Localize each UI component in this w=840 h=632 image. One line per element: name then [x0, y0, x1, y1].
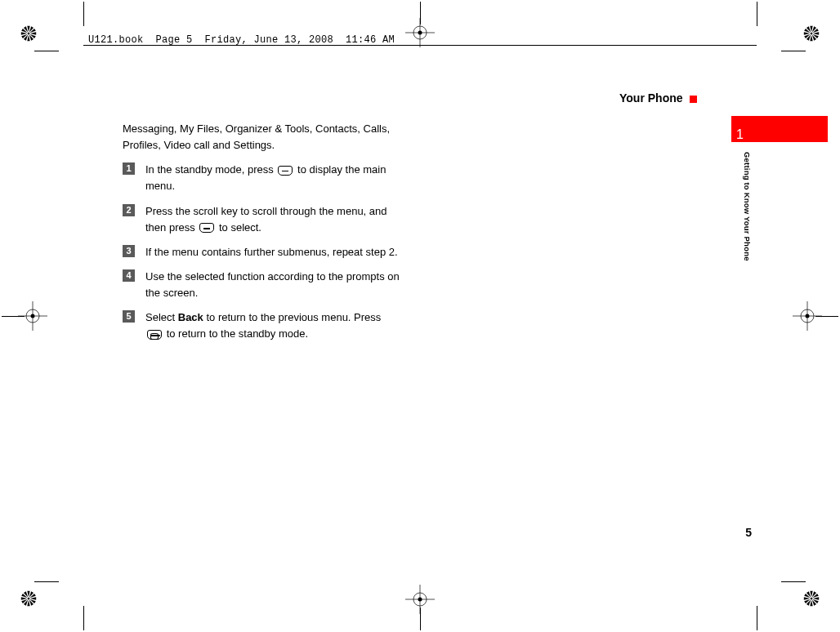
step-number: 5 — [123, 310, 135, 323]
ok-key-icon — [278, 166, 293, 176]
svg-point-1 — [811, 33, 813, 35]
svg-point-3 — [811, 598, 813, 600]
pinwheel-icon — [20, 24, 38, 42]
crop-line-icon — [2, 316, 25, 317]
svg-point-7 — [31, 314, 35, 318]
step-text-bold: Back — [178, 311, 203, 323]
chapter-title-vertical: Getting to Know Your Phone — [743, 152, 752, 261]
crop-mark-icon — [757, 26, 781, 51]
svg-point-19 — [418, 598, 422, 602]
step-text: If the menu contains further submenus, r… — [145, 246, 398, 258]
page-number: 5 — [745, 526, 752, 539]
file-stamp: U121.book Page 5 Friday, June 13, 2008 1… — [88, 34, 395, 46]
step-number: 3 — [123, 245, 135, 257]
crop-mark-icon — [59, 26, 83, 51]
step-text-pre: In the standby mode, press — [145, 163, 276, 176]
running-header: Your Phone — [619, 91, 697, 105]
step-4: 4 Use the selected function according to… — [123, 269, 400, 301]
ok-key-icon — [199, 223, 214, 233]
stamp-rule — [83, 45, 757, 46]
pinwheel-icon — [20, 590, 38, 608]
pinwheel-icon — [802, 590, 820, 608]
crop-line-icon — [420, 608, 421, 630]
step-number: 2 — [123, 204, 135, 216]
step-text: Use the selected function according to t… — [145, 270, 400, 299]
running-header-text: Your Phone — [619, 91, 683, 105]
chapter-tab: 1 — [731, 116, 828, 142]
step-3: 3 If the menu contains further submenus,… — [123, 244, 400, 260]
crop-line-icon — [815, 316, 838, 317]
crop-mark-icon — [757, 581, 781, 606]
pinwheel-icon — [802, 24, 820, 42]
body-content: Messaging, My Files, Organizer & Tools, … — [123, 121, 400, 351]
step-text-pre: Press the scroll key to scroll through t… — [145, 205, 387, 234]
header-bullet-icon — [690, 96, 697, 103]
step-text-post: to select. — [219, 221, 261, 234]
svg-point-11 — [806, 314, 810, 318]
crop-line-icon — [420, 2, 421, 24]
step-number: 4 — [123, 269, 135, 282]
step-1: 1 In the standby mode, press to display … — [123, 162, 400, 194]
step-text-pre1: Select — [145, 311, 178, 323]
chapter-number: 1 — [736, 127, 744, 142]
step-number: 1 — [123, 162, 135, 175]
intro-text: Messaging, My Files, Organizer & Tools, … — [123, 121, 400, 154]
svg-point-2 — [28, 598, 30, 600]
step-2: 2 Press the scroll key to scroll through… — [123, 203, 400, 236]
step-text-post: to return to the standby mode. — [167, 327, 308, 340]
svg-point-15 — [418, 31, 422, 35]
step-5: 5 Select Back to return to the previous … — [123, 309, 400, 342]
step-text-pre2: to return to the previous menu. Press — [203, 311, 382, 323]
end-key-icon — [147, 330, 162, 340]
svg-point-0 — [28, 33, 30, 35]
crop-mark-icon — [59, 581, 83, 606]
